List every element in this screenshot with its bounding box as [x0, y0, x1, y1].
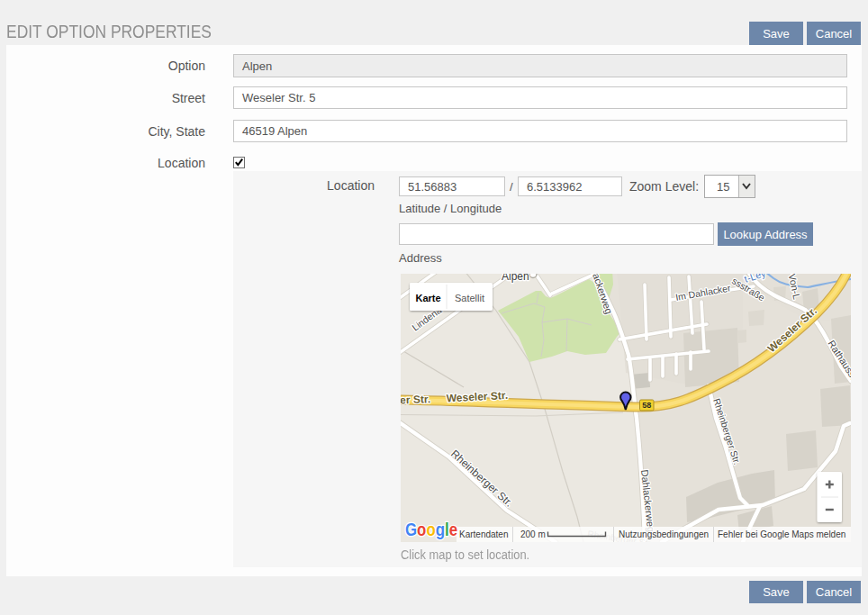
svg-text:Fehler bei Google Maps melden: Fehler bei Google Maps melden: [718, 529, 845, 539]
svg-text:ler Str.: ler Str.: [401, 393, 430, 406]
svg-text:Nutzungsbedingungen: Nutzungsbedingungen: [619, 529, 709, 539]
svg-text:Karte: Karte: [415, 293, 440, 303]
svg-text:Satellit: Satellit: [455, 293, 484, 303]
svg-text:Kartendaten: Kartendaten: [459, 529, 509, 539]
svg-text:Google: Google: [405, 520, 457, 539]
svg-text:Alpen: Alpen: [502, 274, 529, 283]
svg-text:58: 58: [642, 401, 651, 410]
svg-text:200 m: 200 m: [520, 529, 546, 539]
